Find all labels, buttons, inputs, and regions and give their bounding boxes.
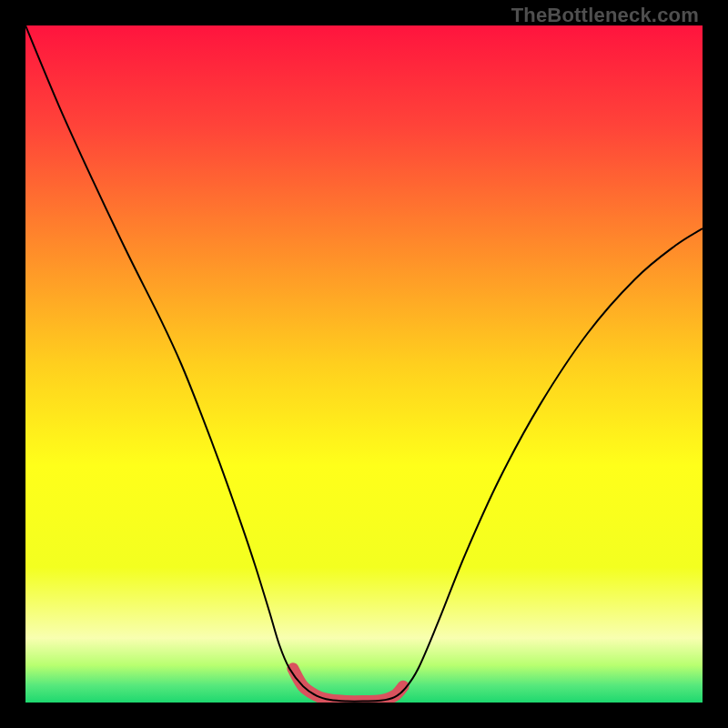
gradient-background	[25, 25, 703, 703]
plot-area	[25, 25, 703, 703]
watermark-text: TheBottleneck.com	[511, 4, 699, 27]
chart-frame: TheBottleneck.com	[0, 0, 728, 728]
bottleneck-chart	[25, 25, 703, 703]
